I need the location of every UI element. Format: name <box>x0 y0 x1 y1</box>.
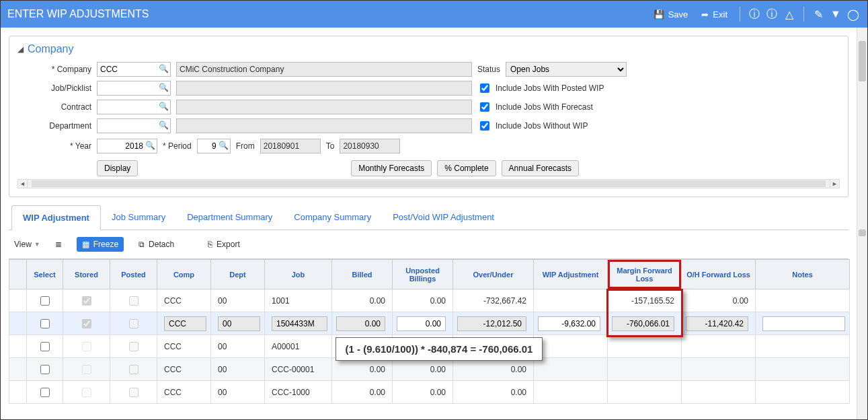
cell-stored <box>63 381 110 404</box>
notes-input[interactable] <box>762 316 845 331</box>
freeze-button[interactable]: ▦ Freeze <box>77 237 124 252</box>
row-handle[interactable] <box>9 358 27 381</box>
table-row[interactable] <box>9 312 850 335</box>
monthly-forecasts-button[interactable]: Monthly Forecasts <box>351 160 432 176</box>
search-icon[interactable]: 🔍 <box>159 120 168 130</box>
select-checkbox[interactable] <box>40 319 50 328</box>
stored-checkbox <box>82 319 91 328</box>
cell-notes[interactable] <box>756 312 850 335</box>
export-button[interactable]: ⎘ Export <box>202 237 245 252</box>
company-section-header[interactable]: ◢ Company <box>17 43 840 55</box>
display-button[interactable]: Display <box>97 160 138 176</box>
col-unposted[interactable]: Unposted Billings <box>393 260 453 289</box>
exit-label: Exit <box>713 9 727 20</box>
include-forecast-checkbox[interactable] <box>480 102 489 112</box>
search-icon[interactable]: 🔍 <box>159 102 168 111</box>
include-posted-wip-checkbox[interactable] <box>480 83 489 93</box>
tab-company-summary[interactable]: Company Summary <box>283 205 382 230</box>
col-oh-forward-loss[interactable]: O/H Forward Loss <box>682 260 756 289</box>
row-handle[interactable] <box>9 381 27 404</box>
cell-dept: 00 <box>211 335 265 358</box>
cell-select[interactable] <box>27 335 63 358</box>
cell-margin-forward-loss <box>608 358 682 381</box>
wipadj-input[interactable] <box>538 316 600 331</box>
cell-wipadj <box>534 335 608 358</box>
select-checkbox[interactable] <box>40 342 50 351</box>
cell-select[interactable] <box>27 312 63 335</box>
search-icon[interactable]: 🔍 <box>219 141 228 150</box>
row-handle[interactable] <box>9 289 27 312</box>
panel-horizontal-scrollbar[interactable]: ◄ ► <box>17 179 840 188</box>
refresh-icon[interactable]: ◯ <box>846 5 861 24</box>
col-wipadj[interactable]: WIP Adjustment <box>534 260 608 289</box>
select-checkbox[interactable] <box>40 365 50 374</box>
scrollbar-thumb[interactable] <box>32 180 826 187</box>
search-icon[interactable]: 🔍 <box>159 64 168 73</box>
col-job[interactable]: Job <box>265 260 332 289</box>
col-comp[interactable]: Comp <box>157 260 211 289</box>
cell-select[interactable] <box>27 289 63 312</box>
cell-job: CCC-00001 <box>265 358 332 381</box>
status-select[interactable]: Open Jobs <box>506 62 627 77</box>
tab-post-void[interactable]: Post/Void WIP Adjustment <box>382 205 505 230</box>
search-icon[interactable]: 🔍 <box>145 141 155 150</box>
cell-select[interactable] <box>27 381 63 404</box>
unposted-input[interactable] <box>397 316 446 331</box>
include-without-wip-label: Include Jobs Without WIP <box>496 121 588 131</box>
view-menu[interactable]: View ▼ <box>14 240 40 249</box>
exit-button[interactable]: ➦ Exit <box>696 7 733 22</box>
table-row[interactable]: CCC 00 1001 0.00 0.00 -732,667.42 -157,1… <box>9 289 850 312</box>
scroll-left-icon[interactable]: ◄ <box>18 180 28 188</box>
cell-dept <box>211 312 265 335</box>
edit-icon[interactable]: ✎ <box>811 5 826 24</box>
col-stored[interactable]: Stored <box>63 260 110 289</box>
row-handle[interactable] <box>9 312 27 335</box>
table-row[interactable]: CCC 00 CCC-00001 0.00 0.00 0.00 <box>9 358 850 381</box>
detach-button[interactable]: ⧉ Detach <box>133 237 180 252</box>
cell-unposted[interactable] <box>393 312 453 335</box>
col-billed[interactable]: Billed <box>332 260 393 289</box>
cell-margin-forward-loss <box>608 381 682 404</box>
contract-name-display <box>176 100 472 114</box>
col-posted[interactable]: Posted <box>110 260 157 289</box>
col-select[interactable]: Select <box>27 260 63 289</box>
col-overunder[interactable]: Over/Under <box>453 260 534 289</box>
pct-complete-button[interactable]: % Complete <box>437 160 496 176</box>
select-checkbox[interactable] <box>40 296 50 306</box>
vertical-scrollbar[interactable] <box>857 28 867 419</box>
tab-wip-adjustment[interactable]: WIP Adjustment <box>11 205 101 230</box>
annual-forecasts-button[interactable]: Annual Forecasts <box>502 160 579 176</box>
cell-posted <box>110 289 157 312</box>
save-button[interactable]: 💾 Save <box>648 7 694 22</box>
col-notes[interactable]: Notes <box>756 260 850 289</box>
cell-dept: 00 <box>211 358 265 381</box>
tab-department-summary[interactable]: Department Summary <box>176 205 283 230</box>
scroll-right-icon[interactable]: ► <box>830 180 839 188</box>
cell-overunder <box>453 312 534 335</box>
alert-icon[interactable]: △ <box>782 5 797 24</box>
company-panel: ◢ Company Company 🔍 Status Open Jobs <box>9 36 849 197</box>
row-handle[interactable] <box>9 335 27 358</box>
include-without-wip-checkbox[interactable] <box>480 121 489 131</box>
col-margin-forward-loss[interactable]: Margin Forward Loss <box>608 260 682 289</box>
cell-stored <box>63 335 110 358</box>
scrollbar-thumb[interactable] <box>859 41 866 81</box>
search-icon[interactable]: 🔍 <box>159 83 168 92</box>
cell-notes <box>756 289 850 312</box>
cell-billed <box>332 312 393 335</box>
info-icon[interactable]: ⓘ <box>747 5 762 24</box>
tab-job-summary[interactable]: Job Summary <box>101 205 176 230</box>
filter-button[interactable]: ≣ <box>50 237 67 252</box>
cell-job: A00001 <box>265 335 332 358</box>
company-label: Company <box>17 65 91 74</box>
cell-select[interactable] <box>27 358 63 381</box>
tab-bar: WIP Adjustment Job Summary Department Su… <box>9 205 849 230</box>
help-icon[interactable]: ⓘ <box>764 5 779 24</box>
scrollbar-thumb[interactable] <box>859 230 866 236</box>
cell-wipadj[interactable] <box>534 312 608 335</box>
col-dept[interactable]: Dept <box>211 260 265 289</box>
dropdown-icon[interactable]: ▼ <box>828 5 843 23</box>
select-checkbox[interactable] <box>40 388 50 397</box>
table-row[interactable]: CCC 00 CCC-1000 0.00 0.00 0.00 <box>9 381 850 404</box>
posted-checkbox <box>129 388 139 397</box>
